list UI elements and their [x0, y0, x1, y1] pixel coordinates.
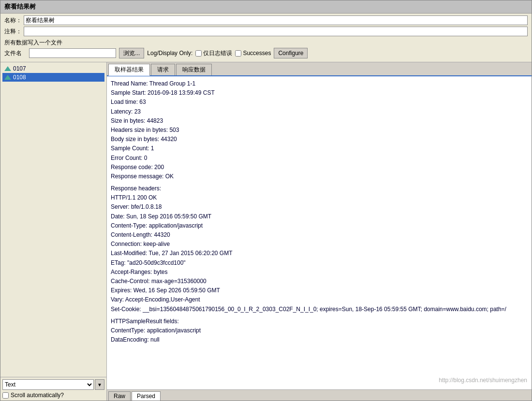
content-line: Latency: 23 — [111, 107, 528, 116]
log-errors-label[interactable]: 仅日志错误 — [195, 49, 232, 57]
scroll-auto-text: Scroll automatically? — [11, 392, 64, 399]
dropdown-arrow-btn[interactable]: ▼ — [95, 379, 104, 390]
scroll-auto-label[interactable]: Scroll automatically? — [2, 392, 104, 399]
content-line: Vary: Accept-Encoding,User-Agent — [111, 295, 528, 304]
content-line: Accept-Ranges: bytes — [111, 268, 528, 277]
content-line: Response message: OK — [111, 172, 528, 181]
scroll-auto-checkbox[interactable] — [2, 392, 9, 399]
name-input[interactable] — [24, 15, 528, 25]
content-line: Response headers: — [111, 184, 528, 193]
right-panel: 取样器结果请求响应数据 Thread Name: Thread Group 1-… — [107, 62, 532, 401]
successes-label[interactable]: Successes — [235, 50, 271, 57]
tree-area: 01070108 — [0, 62, 106, 377]
comment-row: 注释： — [4, 27, 528, 36]
browse-button[interactable]: 浏览... — [119, 48, 144, 58]
main-content: 01070108 Text ▼ Scroll automatically? 取样 — [0, 62, 532, 401]
tree-item[interactable]: 0107 — [2, 64, 104, 73]
file-label: 文件名 — [4, 49, 22, 57]
configure-button[interactable]: Configure — [274, 48, 308, 58]
section-label: 所有数据写入一个文件 — [4, 38, 528, 48]
content-line: Server: bfe/1.0.8.18 — [111, 202, 528, 212]
raw-tab[interactable]: Raw — [108, 391, 131, 401]
successes-text: Successes — [243, 50, 271, 57]
content-line: Date: Sun, 18 Sep 2016 05:59:50 GMT — [111, 212, 528, 221]
tree-item-icon — [4, 75, 11, 80]
name-label: 名称： — [4, 16, 24, 25]
content-line: Error Count: 0 — [111, 154, 528, 163]
left-panel: 01070108 Text ▼ Scroll automatically? — [0, 62, 107, 401]
file-input[interactable] — [29, 48, 116, 58]
tree-item-label: 0107 — [13, 65, 26, 72]
successes-checkbox[interactable] — [235, 50, 241, 57]
comment-input[interactable] — [24, 27, 528, 36]
name-row: 名称： — [4, 15, 528, 25]
tab-request[interactable]: 请求 — [151, 64, 175, 75]
content-area: Thread Name: Thread Group 1-1Sample Star… — [107, 76, 532, 389]
log-errors-text: 仅日志错误 — [203, 49, 232, 57]
content-line: Content-Type: application/javascript — [111, 221, 528, 230]
content-line: Sample Start: 2016-09-18 13:59:49 CST — [111, 88, 528, 98]
tab-response[interactable]: 响应数据 — [176, 64, 212, 75]
content-line: Headers size in bytes: 503 — [111, 126, 528, 135]
content-line: Sample Count: 1 — [111, 144, 528, 153]
content-line: Expires: Wed, 16 Sep 2026 05:59:50 GMT — [111, 286, 528, 295]
form-area: 名称： 注释： 所有数据写入一个文件 文件名 浏览... Log/Display… — [0, 14, 532, 62]
content-line: Content-Length: 44320 — [111, 230, 528, 240]
tree-item[interactable]: 0108 — [2, 73, 104, 82]
bottom-tabs-bar: RawParsed — [107, 389, 532, 401]
title-bar: 察看结果树 — [0, 0, 532, 14]
file-row: 文件名 浏览... Log/Display Only: 仅日志错误 Succes… — [4, 48, 528, 58]
log-errors-checkbox[interactable] — [195, 50, 202, 57]
tabs-bar: 取样器结果请求响应数据 — [107, 62, 532, 76]
main-window: 察看结果树 名称： 注释： 所有数据写入一个文件 文件名 浏览... Log/D… — [0, 0, 532, 401]
bottom-controls: Text ▼ Scroll automatically? — [0, 377, 106, 401]
display-type-select[interactable]: Text — [2, 379, 94, 390]
content-line: Body size in bytes: 44320 — [111, 135, 528, 144]
tab-sampler[interactable]: 取样器结果 — [108, 64, 150, 76]
content-line: Cache-Control: max-age=315360000 — [111, 277, 528, 286]
content-line: Response code: 200 — [111, 163, 528, 172]
content-line: Load time: 63 — [111, 98, 528, 107]
content-line: ContentType: application/javascript — [111, 326, 528, 335]
content-line: ETag: "ad20-50d9c3fccd100" — [111, 258, 528, 268]
content-line: DataEncoding: null — [111, 335, 528, 344]
content-line: HTTPSampleResult fields: — [111, 317, 528, 326]
comment-label: 注释： — [4, 28, 24, 36]
content-line: HTTP/1.1 200 OK — [111, 193, 528, 202]
content-line: Last-Modified: Tue, 27 Jan 2015 06:20:20… — [111, 249, 528, 258]
content-line: Set-Cookie: __bsi=13560484875061790156_0… — [111, 305, 528, 314]
window-title: 察看结果树 — [4, 3, 36, 10]
content-line: Connection: keep-alive — [111, 240, 528, 249]
dropdown-row: Text ▼ — [2, 379, 104, 390]
content-line: Size in bytes: 44823 — [111, 116, 528, 126]
tree-item-label: 0108 — [13, 74, 26, 81]
parsed-tab[interactable]: Parsed — [132, 391, 161, 401]
tree-item-icon — [4, 66, 11, 71]
content-line: Thread Name: Thread Group 1-1 — [111, 79, 528, 88]
log-display-label: Log/Display Only: — [147, 50, 192, 57]
